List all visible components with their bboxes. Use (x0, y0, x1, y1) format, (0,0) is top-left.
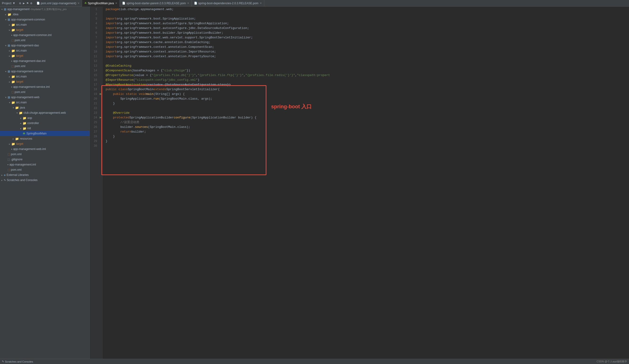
folder-target-icon: 📁 (11, 80, 15, 84)
tab-spring-boot-starter[interactable]: 📄spring-boot-starter-parent-2.0.3.RELEAS… (120, 0, 192, 6)
toolbar-icons: ⚙ ▶ ⚑ ⚙ (19, 1, 32, 5)
tree-arrow[interactable]: ▸ (19, 117, 23, 119)
tree-arrow[interactable]: ▸ (19, 122, 23, 125)
tree-label: target (16, 142, 23, 146)
tab-label: pom.xml (app-management) (41, 2, 76, 5)
tree-item-1[interactable]: ▸📁.idea (0, 12, 89, 17)
project-dropdown-icon[interactable]: ▼ (12, 1, 15, 5)
tree-item-27[interactable]: ▪app-management-web.iml (0, 146, 89, 152)
tree-item-16[interactable]: ⬚pom.xml (0, 90, 89, 95)
gutter-marker-7 (99, 35, 103, 40)
scratches-consoles-tree[interactable]: ▸ ✎ Scratches and Consoles (0, 178, 89, 183)
scratches-consoles[interactable]: ✎ Scratches and Consoles (2, 360, 33, 363)
tree-item-4[interactable]: ▸📁target (0, 27, 89, 32)
line-number-14: 14 (90, 68, 97, 73)
tab-springbootmain[interactable]: ☘SpringBootMain.java✕ (82, 0, 120, 6)
tree-item-2[interactable]: ▾▦app-management-common (0, 17, 89, 22)
tree-item-9[interactable]: ▸📁target (0, 53, 89, 58)
tree-item-11[interactable]: ⬚pom.xml (0, 64, 89, 69)
tab-close-icon[interactable]: ✕ (78, 2, 79, 4)
tree-label: pom.xml (15, 91, 25, 94)
tree-arrow[interactable]: ▸ (7, 23, 11, 26)
tree-label: app-management-dao.iml (13, 59, 45, 63)
code-line-6: import org.springframework.boot.builder.… (106, 31, 629, 35)
iml-icon: ▪ (7, 163, 8, 166)
tree-arrow[interactable]: ▾ (4, 44, 7, 47)
run-arrow-icon[interactable]: ▶ (100, 115, 102, 119)
tree-item-24[interactable]: ☘SpringBootMain (0, 131, 89, 136)
tab-close-icon[interactable]: ✕ (115, 2, 117, 4)
debug-icon[interactable]: ⚑ (27, 1, 28, 5)
folder-icon: 📁 (15, 137, 19, 141)
module-icon: ▦ (4, 7, 6, 11)
tree-item-14[interactable]: ▸📁target (0, 79, 89, 84)
tree-arrow[interactable]: ▾ (7, 101, 11, 104)
tree-arrow[interactable]: ▸ (19, 127, 23, 130)
tree-item-7[interactable]: ▾▦app-management-dao (0, 43, 89, 48)
tree-arrow[interactable]: ▸ (11, 138, 15, 140)
tree-item-12[interactable]: ▾▦app-management-service (0, 69, 89, 74)
tree-item-20[interactable]: ▾📁club.chuige.appmanagement.web (0, 110, 89, 115)
settings-icon[interactable]: ⚙ (19, 1, 21, 5)
tree-item-30[interactable]: ▪app-management.iml (0, 162, 89, 167)
tree-item-19[interactable]: ▾📁java (0, 105, 89, 110)
tab-pom-xml[interactable]: 📄pom.xml (app-management)✕ (34, 0, 82, 6)
code-line-16: @ImportResource("classpath:config/jdbc_c… (106, 78, 629, 83)
tree-item-8[interactable]: ▸📁src.main (0, 48, 89, 53)
tree-arrow[interactable]: ▾ (15, 112, 19, 114)
tree-item-31[interactable]: ⬚pom.xml (0, 167, 89, 172)
line-number-13: 13 (90, 64, 97, 68)
tree-item-5[interactable]: ▪app-management-common.iml (0, 32, 89, 38)
tree-item-21[interactable]: ▸📁aop (0, 115, 89, 121)
tree-item-3[interactable]: ▸📁src.main (0, 22, 89, 27)
tree-arrow[interactable]: ▸ (7, 55, 11, 57)
tree-item-17[interactable]: ▾▦app-management-web (0, 95, 89, 100)
gear-icon[interactable]: ⚙ (30, 1, 32, 5)
line-number-11: 11 (90, 54, 97, 59)
line-number-30: 30 (90, 144, 97, 148)
tree-arrow[interactable]: ▸ (7, 143, 11, 145)
gutter-marker-27 (99, 129, 103, 134)
tree-arrow[interactable]: ▸ (7, 75, 11, 78)
tree-arrow[interactable]: ▾ (4, 70, 7, 73)
project-text: Project (2, 1, 11, 5)
tree-suffix: ~/mydata/个人资料/项目/my_pro (29, 7, 66, 11)
tree-item-25[interactable]: ▸📁resources (0, 136, 89, 141)
tree-arrow[interactable]: ▸ (7, 49, 11, 52)
tree-arrow[interactable]: ▸ (4, 13, 7, 16)
tree-item-6[interactable]: ⬚pom.xml (0, 38, 89, 43)
tree-arrow[interactable]: ▸ (7, 81, 11, 83)
tree-item-10[interactable]: ▪app-management-dao.iml (0, 58, 89, 64)
tree-item-0[interactable]: ▾▦app-management ~/mydata/个人资料/项目/my_pro (0, 6, 89, 12)
code-line-1: package club.chuige.appmanagement.web; (106, 7, 629, 12)
tree-arrow[interactable]: ▾ (11, 106, 15, 109)
tree-item-15[interactable]: ▪app-management-service.iml (0, 84, 89, 90)
tree-arrow[interactable]: ▾ (0, 8, 4, 10)
tree-item-29[interactable]: ⬚.gitignore (0, 157, 89, 162)
tree-arrow[interactable]: ▾ (4, 18, 7, 21)
tree-item-23[interactable]: ▸📁init (0, 126, 89, 131)
tree-item-13[interactable]: ▸📁src.main (0, 74, 89, 79)
tab-close-icon[interactable]: ✕ (260, 2, 262, 4)
tree-arrow[interactable]: ▸ (7, 29, 11, 31)
tree-arrow[interactable]: ▸ (0, 179, 4, 182)
run-arrow-icon[interactable]: ▶ (100, 92, 102, 96)
tree-label: pom.xml (11, 168, 21, 172)
tab-spring-boot-deps[interactable]: 📄spring-boot-dependencies-2.0.3.RELEASE.… (192, 0, 264, 6)
tree-item-18[interactable]: ▾📁src.main (0, 100, 89, 105)
project-sidebar[interactable]: ▾▦app-management ~/mydata/个人资料/项目/my_pro… (0, 6, 90, 359)
tree-item-22[interactable]: ▸📁controller (0, 121, 89, 126)
tree-item-26[interactable]: ▸📁target (0, 141, 89, 146)
project-label[interactable]: Project ▼ (2, 1, 15, 5)
tab-close-icon[interactable]: ✕ (187, 2, 189, 4)
code-content[interactable]: package club.chuige.appmanagement.web; i… (103, 6, 629, 359)
tree-label: target (16, 54, 23, 57)
folder-icon: 📁 (23, 116, 26, 120)
line-number-10: 10 (90, 49, 97, 54)
build-icon[interactable]: ▶ (23, 1, 25, 5)
tree-item-28[interactable]: ⬚pom.xml (0, 152, 89, 157)
external-libraries[interactable]: ▸ ◈ External Libraries (0, 172, 89, 178)
tree-arrow[interactable]: ▸ (0, 174, 4, 176)
tree-arrow[interactable]: ▾ (4, 96, 7, 99)
folder-src-icon: 📁 (11, 49, 15, 53)
